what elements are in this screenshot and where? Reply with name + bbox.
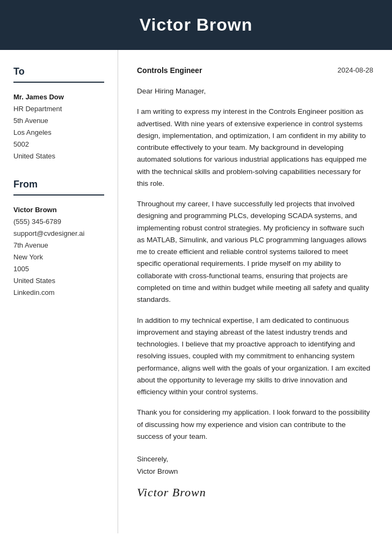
header-name: Victor Brown [21,15,371,35]
sender-website: Linkedin.com [13,287,104,299]
sender-phone: (555) 345-6789 [13,216,104,228]
to-section: To Mr. James Dow HR Department 5th Avenu… [13,66,104,163]
sender-street: 7th Avenue [13,240,104,251]
to-divider [13,82,104,83]
letter-body: Dear Hiring Manager, I am writing to exp… [137,85,373,443]
sender-name: Victor Brown [13,204,104,216]
letter-date: 2024-08-28 [338,66,374,74]
recipient-street: 5th Avenue [13,115,104,127]
letter-greeting: Dear Hiring Manager, [137,85,373,97]
from-divider [13,194,104,196]
letter-closing-name: Victor Brown [137,466,373,478]
recipient-name: Mr. James Dow [13,91,104,103]
recipient-department: HR Department [13,103,104,115]
recipient-city: Los Angeles [13,127,104,139]
sender-zip: 1005 [13,263,104,275]
header: Victor Brown [0,0,392,50]
body-layout: To Mr. James Dow HR Department 5th Avenu… [0,50,392,533]
main-content: Controls Engineer 2024-08-28 Dear Hiring… [118,50,392,533]
sidebar: To Mr. James Dow HR Department 5th Avenu… [0,50,118,533]
letter-closing: Sincerely, Victor Brown Victor Brown [137,453,373,502]
letter-paragraph-3: In addition to my technical expertise, I… [137,315,373,399]
sender-city: New York [13,251,104,263]
letter-header-row: Controls Engineer 2024-08-28 [137,66,373,75]
recipient-country: United States [13,150,104,162]
letter-position: Controls Engineer [137,66,202,75]
letter-paragraph-1: I am writing to express my interest in t… [137,106,373,190]
from-section: From Victor Brown (555) 345-6789 support… [13,179,104,299]
page: Victor Brown To Mr. James Dow HR Departm… [0,0,392,550]
sender-email: support@cvdesigner.ai [13,228,104,240]
sender-country: United States [13,275,104,287]
from-label: From [13,179,104,190]
to-label: To [13,66,104,77]
letter-signature-cursive: Victor Brown [137,482,373,502]
recipient-zip: 5002 [13,139,104,150]
letter-paragraph-2: Throughout my career, I have successfull… [137,198,373,306]
letter-paragraph-4: Thank you for considering my application… [137,407,373,443]
letter-closing-word: Sincerely, [137,453,373,466]
